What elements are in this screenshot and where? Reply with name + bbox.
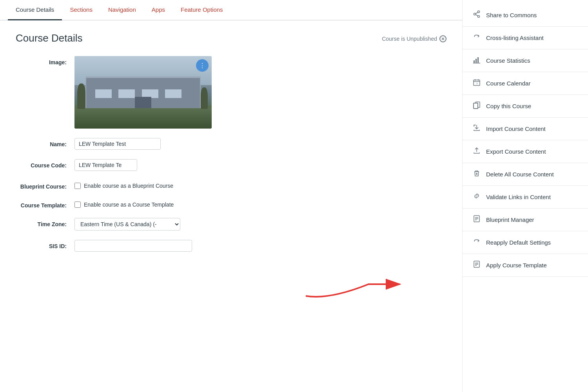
share-commons-label: Share to Commons [486,12,537,18]
blueprint-checkbox-label[interactable]: Enable course as a Blueprint Course [84,183,173,189]
unpublished-icon [439,35,446,42]
svg-line-6 [475,15,477,16]
sis-id-row: SIS ID: [16,240,446,252]
course-image-placeholder [74,56,212,129]
timezone-label: Time Zone: [16,218,67,227]
sidebar-item-blueprint-manager[interactable]: Blueprint Manager [463,209,588,231]
validate-links-icon [472,192,481,202]
blueprint-manager-icon [472,215,481,225]
page-title: Course Details [16,32,83,44]
sidebar-item-cross-listing[interactable]: Cross-listing Assistant [463,27,588,49]
sidebar-item-course-calendar[interactable]: 3 Course Calendar [463,72,588,95]
sidebar-item-copy-course[interactable]: Copy this Course [463,95,588,118]
course-code-label: Course Code: [16,159,67,169]
share-commons-icon [472,10,481,20]
course-code-row: Course Code: [16,159,446,171]
name-input[interactable] [74,138,161,150]
course-code-input[interactable] [74,159,137,171]
sidebar-item-reapply-settings[interactable]: Reapply Default Settings [463,231,588,254]
tab-navigation[interactable]: Navigation [100,0,144,20]
timezone-row: Time Zone: Eastern Time (US & Canada) (-… [16,218,446,230]
course-template-checkbox-label[interactable]: Enable course as a Course Template [84,201,174,208]
blueprint-label: Blueprint Course: [16,180,67,190]
sis-id-input[interactable] [74,240,192,252]
name-row: Name: [16,138,446,150]
sis-id-label: SIS ID: [16,240,67,249]
sidebar-item-validate-links[interactable]: Validate Links in Content [463,186,588,209]
apply-template-label: Apply Course Template [486,262,547,269]
image-row: Image: [16,56,446,129]
cross-listing-icon [472,33,481,43]
sidebar: Share to Commons Cross-listing Assistant [463,0,588,392]
cross-listing-label: Cross-listing Assistant [486,34,544,41]
svg-rect-9 [477,57,479,63]
svg-rect-8 [475,59,477,63]
reapply-settings-label: Reapply Default Settings [486,239,551,246]
timezone-select-container: Eastern Time (US & Canada) (- Pacific Ti… [74,218,239,230]
sidebar-item-import-content[interactable]: Import Course Content [463,118,588,140]
delete-content-icon [472,169,481,179]
sidebar-item-export-content[interactable]: Export Course Content [463,140,588,163]
tab-feature-options[interactable]: Feature Options [173,0,231,20]
course-statistics-label: Course Statistics [486,57,530,64]
name-field-container [74,138,239,150]
blueprint-checkbox-container: Enable course as a Blueprint Course [74,180,239,189]
svg-point-4 [474,13,476,15]
delete-content-label: Delete All Course Content [486,171,554,178]
apply-template-icon [472,260,481,270]
tab-course-details[interactable]: Course Details [8,0,62,20]
course-template-row: Course Template: Enable course as a Cour… [16,199,446,209]
sidebar-item-course-statistics[interactable]: Course Statistics [463,49,588,72]
timezone-select[interactable]: Eastern Time (US & Canada) (- Pacific Ti… [74,218,180,230]
sidebar-item-delete-content[interactable]: Delete All Course Content [463,163,588,186]
blueprint-manager-label: Blueprint Manager [486,216,534,223]
course-template-checkbox[interactable] [74,201,81,208]
validate-links-label: Validate Links in Content [486,194,551,200]
course-statistics-icon [472,56,481,65]
export-content-icon [472,147,481,156]
svg-point-2 [478,11,480,13]
export-content-label: Export Course Content [486,148,546,155]
tab-bar: Course Details Sections Navigation Apps … [0,0,462,20]
import-content-label: Import Course Content [486,125,546,132]
name-label: Name: [16,138,67,147]
copy-course-label: Copy this Course [486,103,531,109]
reapply-settings-icon [472,238,481,247]
svg-text:3: 3 [476,82,478,85]
course-code-field-container [74,159,239,171]
svg-rect-17 [474,103,478,109]
unpublished-status: Course is Unpublished [382,35,446,42]
copy-course-icon [472,101,481,111]
image-menu-button[interactable]: ⋮ [196,59,209,72]
svg-rect-7 [474,60,475,63]
sidebar-item-share-commons[interactable]: Share to Commons [463,4,588,27]
tab-apps[interactable]: Apps [144,0,173,20]
course-template-label: Course Template: [16,199,67,209]
course-image-container: ⋮ [74,56,239,129]
blueprint-checkbox[interactable] [74,183,81,189]
course-calendar-label: Course Calendar [486,80,530,87]
svg-point-3 [478,16,480,18]
course-template-checkbox-container: Enable course as a Course Template [74,199,239,208]
course-image: ⋮ [74,56,212,129]
svg-line-5 [475,13,477,14]
import-content-icon [472,124,481,134]
blueprint-row: Blueprint Course: Enable course as a Blu… [16,180,446,190]
course-calendar-icon: 3 [472,78,481,88]
image-label: Image: [16,56,67,65]
sis-id-field-container [74,240,239,252]
sidebar-item-apply-template[interactable]: Apply Course Template [463,254,588,277]
tab-sections[interactable]: Sections [62,0,100,20]
